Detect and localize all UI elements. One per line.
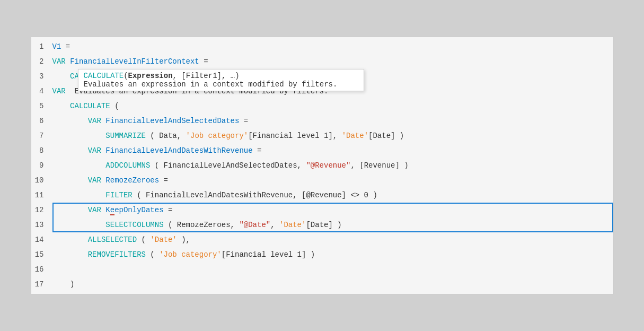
line-content-1: V1 = (50, 39, 613, 54)
line-num-16: 16 (31, 262, 50, 277)
line-num-11: 11 (31, 188, 50, 203)
line-content-11: FILTER ( FinancialLevelAndDatesWithReven… (50, 188, 613, 203)
line-num-8: 8 (31, 143, 50, 158)
line-num-17: 17 (31, 277, 50, 292)
line-content-14: ALLSELECTED ( 'Date' ), (50, 232, 613, 247)
tooltip-signature: CALCULATE(Expression, [Filter1], …) (84, 72, 358, 80)
line-content-10: VAR RemozeZeroes = (50, 173, 613, 188)
line-num-12: 12 (31, 203, 50, 217)
line-num-13: 13 (31, 217, 50, 232)
line-num-15: 15 (31, 247, 50, 262)
line-content-9: ADDCOLUMNS ( FinancialLevelAndSelectedDa… (50, 158, 613, 173)
line-content-12: VAR KeepOnlyDates = (50, 203, 613, 217)
code-line-12: 12 VAR KeepOnlyDates = (31, 203, 613, 217)
tooltip-description: Evaluates an expression in a context mod… (84, 80, 358, 89)
line-content-2: VAR FinancialLevelInFilterContext = (50, 54, 613, 69)
code-line-2: 2 VAR FinancialLevelInFilterContext = (31, 54, 613, 69)
code-line-10: 10 VAR RemozeZeroes = (31, 173, 613, 188)
line-content-7: SUMMARIZE ( Data, 'Job category'[Financi… (50, 128, 613, 143)
code-line-1: 1 V1 = (31, 39, 613, 54)
code-line-14: 14 ALLSELECTED ( 'Date' ), (31, 232, 613, 247)
code-line-5: 5 CALCULATE ( (31, 99, 613, 114)
code-lines: 1 V1 = 2 VAR FinancialLevelInFilterConte… (31, 37, 613, 294)
line-num-6: 6 (31, 114, 50, 128)
code-line-16: 16 (31, 262, 613, 277)
line-content-6: VAR FinancialLevelAndSelectedDates = (50, 114, 613, 128)
line-content-17: ) (50, 277, 613, 292)
code-line-7: 7 SUMMARIZE ( Data, 'Job category'[Finan… (31, 128, 613, 143)
line-content-13: SELECTCOLUMNS ( RemozeZeroes, "@Date", '… (50, 217, 613, 232)
line-num-14: 14 (31, 232, 50, 247)
line-num-1: 1 (31, 39, 50, 54)
line-num-9: 9 (31, 158, 50, 173)
code-line-13: 13 SELECTCOLUMNS ( RemozeZeroes, "@Date"… (31, 217, 613, 232)
code-line-17: 17 ) (31, 277, 613, 292)
line-num-3: 3 (31, 69, 50, 84)
line-num-4: 4 (31, 84, 50, 99)
code-line-15: 15 REMOVEFILTERS ( 'Job category'[Financ… (31, 247, 613, 262)
code-line-9: 9 ADDCOLUMNS ( FinancialLevelAndSelected… (31, 158, 613, 173)
autocomplete-tooltip: CALCULATE(Expression, [Filter1], …) Eval… (78, 69, 364, 91)
code-line-6: 6 VAR FinancialLevelAndSelectedDates = (31, 114, 613, 128)
line-num-7: 7 (31, 128, 50, 143)
line-num-2: 2 (31, 54, 50, 69)
line-content-16 (50, 262, 613, 277)
line-num-10: 10 (31, 173, 50, 188)
line-content-5: CALCULATE ( (50, 99, 613, 114)
line-content-15: REMOVEFILTERS ( 'Job category'[Financial… (50, 247, 613, 262)
line-num-5: 5 (31, 99, 50, 114)
line-content-8: VAR FinancialLevelAndDatesWithRevenue = (50, 143, 613, 158)
code-line-11: 11 FILTER ( FinancialLevelAndDatesWithRe… (31, 188, 613, 203)
code-line-8: 8 VAR FinancialLevelAndDatesWithRevenue … (31, 143, 613, 158)
code-editor: 1 V1 = 2 VAR FinancialLevelInFilterConte… (31, 37, 614, 294)
